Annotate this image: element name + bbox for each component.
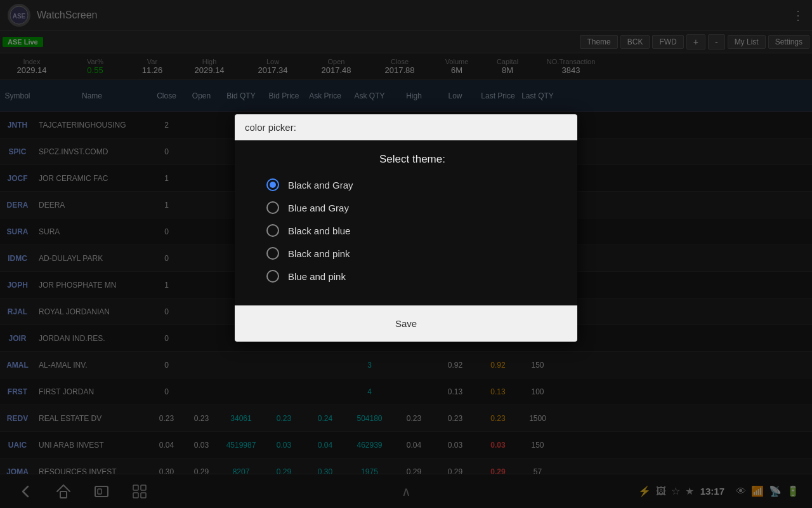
radio-label: Black and Gray [288,180,353,190]
radio-option[interactable]: Blue and pink [266,270,558,283]
radio-option[interactable]: Black and pink [266,247,558,260]
radio-btn[interactable] [266,224,279,237]
save-button[interactable]: Save [242,313,570,334]
radio-btn[interactable] [266,178,279,191]
radio-label: Blue and Gray [288,203,349,213]
modal-body: Select theme: Black and Gray Blue and Gr… [235,140,577,305]
modal-header: color picker: [235,114,577,140]
modal-footer: Save [235,305,577,342]
radio-btn[interactable] [266,201,279,214]
radio-btn[interactable] [266,247,279,260]
radio-label: Black and blue [288,225,350,236]
radio-option[interactable]: Black and blue [266,224,558,237]
radio-label: Black and pink [288,248,350,259]
modal-overlay: color picker: Select theme: Black and Gr… [0,0,812,508]
radio-label: Blue and pink [288,271,346,282]
radio-options: Black and Gray Blue and Gray Black and b… [266,178,558,283]
modal-dialog: color picker: Select theme: Black and Gr… [235,114,577,342]
radio-btn[interactable] [266,270,279,283]
radio-option[interactable]: Blue and Gray [266,201,558,214]
radio-option[interactable]: Black and Gray [266,178,558,191]
modal-title: Select theme: [266,153,558,166]
